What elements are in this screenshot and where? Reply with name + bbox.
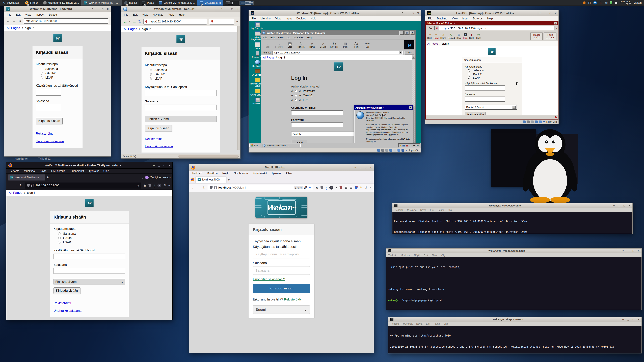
maximize-button[interactable]: □ xyxy=(624,204,625,207)
url-bar[interactable]: 192.168.0.20:8000 ☆ xyxy=(25,183,142,189)
menu-etsi[interactable]: Etsi xyxy=(430,209,434,211)
close-button[interactable]: x xyxy=(554,22,557,24)
start-button[interactable]: Start xyxy=(250,144,261,147)
shade-button[interactable]: ^ xyxy=(402,12,403,14)
tracking-shield-icon[interactable] xyxy=(27,184,30,187)
tab-close-icon[interactable]: ✕ xyxy=(222,178,224,181)
workspace-switcher[interactable] xyxy=(225,1,254,5)
protection-shield-icon[interactable] xyxy=(320,186,323,189)
breadcrumb-all-pages-link[interactable]: All Pages xyxy=(9,191,22,195)
minimize-button[interactable]: _ xyxy=(97,7,98,10)
terminal-titlebar[interactable]: wekan@z: ~/repos/serenity ^_□X xyxy=(392,203,632,208)
url-bar[interactable]: http://192.168.0.20:8000/ xyxy=(24,18,108,24)
close-button[interactable]: X xyxy=(638,249,640,252)
radio-icon[interactable] xyxy=(150,73,152,76)
shade-button[interactable]: ^ xyxy=(622,318,624,321)
close-button[interactable]: X xyxy=(107,7,109,10)
menu-tiedosto[interactable]: Tiedosto xyxy=(394,209,403,211)
password-input[interactable] xyxy=(54,268,125,274)
scroll-up-icon[interactable]: ▲ xyxy=(412,55,415,58)
taskbar-item-wekan[interactable]: w WeKan ® Multiverse - L... xyxy=(81,0,122,5)
menu-tyokalut[interactable]: Työkalut xyxy=(272,172,282,175)
taskbar-item-nsgtk3[interactable]: 2 nsgtk3 xyxy=(122,0,140,5)
radio-icon[interactable] xyxy=(40,72,43,75)
menu-edit[interactable]: Edit xyxy=(133,13,138,16)
language-select[interactable]: Suomi ⌄ xyxy=(253,305,310,314)
firefox-titlebar[interactable]: WeKan ® Multiverse — Mozilla Firefox Yks… xyxy=(6,162,172,169)
radio-ldap[interactable]: LDAP xyxy=(150,77,217,80)
maximize-button[interactable]: □ xyxy=(550,12,551,14)
bookmarks-button[interactable]: ▮Book xyxy=(469,33,474,39)
maximize-button[interactable]: □ xyxy=(164,164,165,167)
extension-box-icon[interactable]: ▤ xyxy=(350,186,352,189)
tray-icon[interactable] xyxy=(402,145,405,146)
radio-icon[interactable] xyxy=(40,76,43,79)
dialog-titlebar[interactable]: About Internet Explorer X xyxy=(354,105,413,110)
radio-icon[interactable] xyxy=(295,94,297,97)
protection-shield-icon[interactable] xyxy=(148,184,151,187)
list-tabs-icon[interactable]: ⌄ xyxy=(142,176,144,179)
shade-button[interactable]: ^ xyxy=(613,204,615,207)
minimize-button[interactable]: _ xyxy=(618,204,620,207)
badge-shield-icon[interactable]: 9+ xyxy=(355,186,358,189)
password-input[interactable] xyxy=(36,104,61,111)
url-bar[interactable]: http://192.168.0.20:8000/ xyxy=(144,18,207,25)
username-input[interactable] xyxy=(465,85,505,90)
stop-button[interactable]: xStop xyxy=(463,33,468,39)
print-button[interactable]: ▤Print xyxy=(340,40,350,49)
forgot-password-link[interactable]: Unohtuiko salasana xyxy=(145,144,217,148)
back-dropdown-icon[interactable]: ▾ xyxy=(129,20,130,23)
new-tab-button[interactable]: + xyxy=(228,177,230,182)
download-icon[interactable]: ↓ xyxy=(154,184,155,187)
menu-devices[interactable]: Devices xyxy=(296,17,306,20)
forward-icon[interactable]: → xyxy=(14,184,18,187)
tray-clock[interactable]: 10:53 PM xyxy=(410,144,419,147)
forgot-password-link[interactable]: Unohtuiko salasana xyxy=(54,309,125,313)
applications-menu[interactable]: ✕ Sovellukset xyxy=(0,0,23,5)
menu-ohje[interactable]: Ohje xyxy=(448,209,453,211)
username-input[interactable] xyxy=(291,110,343,115)
menu-edit[interactable]: Edit xyxy=(270,36,275,39)
minimize-button[interactable]: _ xyxy=(226,7,228,10)
forward-icon[interactable]: → xyxy=(197,186,200,190)
menu-paate[interactable]: Pääte xyxy=(432,254,438,257)
links-button[interactable]: Links xyxy=(404,51,414,54)
taskbar-item-terminal[interactable]: 5 Pääte xyxy=(140,0,156,5)
reload-icon[interactable]: ↻ xyxy=(138,19,142,24)
extension-s-icon[interactable]: S xyxy=(158,184,161,187)
radio-ldap[interactable]: LDAP xyxy=(58,241,125,244)
back-icon[interactable]: ← xyxy=(123,19,127,24)
vertical-scrollbar[interactable] xyxy=(237,26,240,150)
back-icon[interactable]: ← xyxy=(9,184,12,187)
maximize-button[interactable]: □ xyxy=(632,318,634,321)
register-link[interactable]: Rekisteröidy xyxy=(284,298,302,301)
menu-ohje[interactable]: Ohje xyxy=(442,254,446,257)
menu-kirjanmerkit[interactable]: Kirjanmerkit xyxy=(70,170,84,173)
menu-view[interactable]: View xyxy=(278,36,284,39)
breadcrumb-all-pages-link[interactable]: All Pages xyxy=(6,26,20,30)
reload-icon[interactable]: ↻ xyxy=(202,186,205,190)
volume-icon[interactable]: ◁) xyxy=(604,1,608,4)
maximize-button[interactable]: □ xyxy=(412,12,414,14)
back-button[interactable]: ←Back xyxy=(263,40,273,49)
radio-ldap[interactable]: LDAP xyxy=(468,76,519,79)
vbox-titlebar[interactable]: 95 Windows 95 [Running] - Oracle VM Virt… xyxy=(249,10,421,16)
radio-icon[interactable] xyxy=(58,241,61,244)
radio-icon[interactable] xyxy=(295,90,297,92)
breadcrumb-all-pages-link[interactable]: All Pages xyxy=(263,56,274,59)
menu-debug[interactable]: Debug xyxy=(49,13,57,16)
language-select[interactable]: Finnish / Suomi ▼ xyxy=(465,105,517,110)
shade-button[interactable]: ^ xyxy=(622,249,624,252)
fingerprint-extension-icon[interactable]: ◉ xyxy=(144,184,146,187)
close-button[interactable]: X xyxy=(237,7,238,10)
menu-tools[interactable]: Tools xyxy=(168,13,174,16)
menu-view[interactable]: View xyxy=(25,13,31,16)
taskbar-item-virtualboxvm[interactable]: 2 VirtualBoxVM xyxy=(197,0,224,5)
close-button[interactable]: X xyxy=(410,31,414,35)
username-input[interactable]: Käyttäjätunnus tai sähköposti xyxy=(253,250,310,258)
search-icon[interactable]: ⌕ xyxy=(556,26,557,30)
menu-tiedosto[interactable]: Tiedosto xyxy=(9,170,19,173)
menu-ohje[interactable]: Ohje xyxy=(103,170,109,173)
radio-ldap[interactable]: LDAP xyxy=(40,76,79,79)
terminal-titlebar[interactable]: wekan@z: ~/repos/w/php/page ^_□X xyxy=(386,249,642,253)
